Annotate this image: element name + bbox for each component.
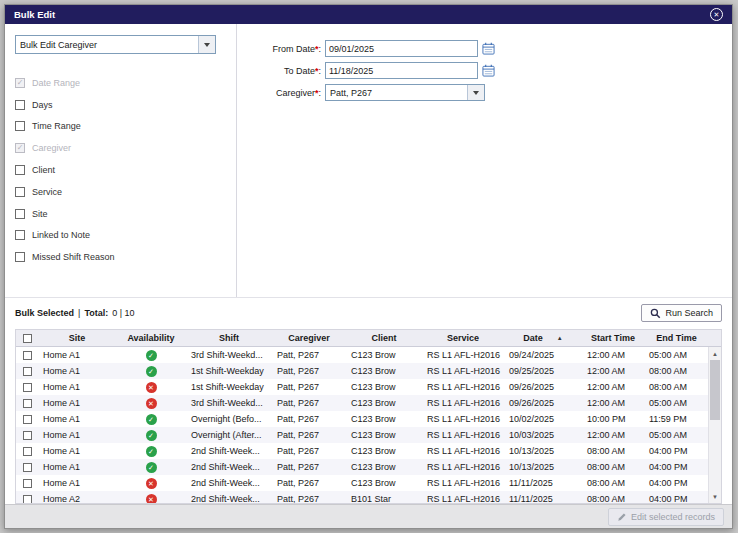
- table-row[interactable]: Home A1 ✓ Overnight (Befo... Patt, P267 …: [16, 411, 721, 427]
- row-checkbox[interactable]: [23, 431, 32, 440]
- col-service[interactable]: Service: [422, 333, 504, 343]
- col-client[interactable]: Client: [346, 333, 422, 343]
- table-row[interactable]: Home A1 ✓ 3rd Shift-Weekd... Patt, P267 …: [16, 347, 721, 363]
- caregiver-checkbox: [15, 143, 25, 153]
- cell-date: 10/02/2025: [504, 414, 582, 424]
- cell-site: Home A1: [38, 478, 116, 488]
- modal-title: Bulk Edit: [14, 9, 55, 20]
- filter-linked-to-note[interactable]: Linked to Note: [15, 225, 236, 247]
- scroll-down-icon[interactable]: ▼: [709, 490, 721, 503]
- cell-availability: ✓: [116, 446, 186, 457]
- row-checkbox[interactable]: [23, 367, 32, 376]
- availability-icon: ✕: [146, 494, 157, 505]
- header-checkbox-cell: [16, 334, 38, 343]
- row-checkbox[interactable]: [23, 447, 32, 456]
- from-date-label: From Date*:: [237, 44, 321, 54]
- filter-days[interactable]: Days: [15, 94, 236, 116]
- row-checkbox[interactable]: [23, 399, 32, 408]
- row-checkbox[interactable]: [23, 415, 32, 424]
- col-start-time[interactable]: Start Time: [582, 333, 644, 343]
- table-row[interactable]: Home A1 ✕ 1st Shift-Weekday Patt, P267 C…: [16, 379, 721, 395]
- filter-caregiver[interactable]: Caregiver: [15, 137, 236, 159]
- cell-shift: 1st Shift-Weekday: [186, 366, 272, 376]
- cell-site: Home A1: [38, 350, 116, 360]
- row-checkbox[interactable]: [23, 495, 32, 504]
- cell-checkbox: [16, 399, 38, 408]
- cell-end-time: 05:00 AM: [644, 350, 709, 360]
- filter-date-range[interactable]: Date Range: [15, 72, 236, 94]
- cell-start-time: 08:00 AM: [582, 446, 644, 456]
- col-site[interactable]: Site: [38, 333, 116, 343]
- to-date-calendar-icon[interactable]: [481, 63, 496, 78]
- filter-time-range[interactable]: Time Range: [15, 116, 236, 138]
- cell-service: RS L1 AFL-H2016: [422, 430, 504, 440]
- from-date-input[interactable]: [325, 40, 478, 57]
- row-checkbox[interactable]: [23, 351, 32, 360]
- chevron-down-icon: [198, 36, 215, 53]
- table-row[interactable]: Home A1 ✓ 2nd Shift-Week... Patt, P267 C…: [16, 459, 721, 475]
- cell-service: RS L1 AFL-H2016: [422, 446, 504, 456]
- filter-missed-shift-reason[interactable]: Missed Shift Reason: [15, 246, 236, 268]
- cell-date: 11/11/2025: [504, 478, 582, 488]
- filter-service[interactable]: Service: [15, 181, 236, 203]
- table-row[interactable]: Home A2 ✕ 2nd Shift-Week... Patt, P267 B…: [16, 491, 721, 504]
- cell-caregiver: Patt, P267: [272, 446, 346, 456]
- to-date-row: To Date*:: [237, 62, 732, 79]
- run-search-button[interactable]: Run Search: [641, 304, 722, 322]
- table-row[interactable]: Home A1 ✕ 2nd Shift-Week... Patt, P267 C…: [16, 475, 721, 491]
- checkbox-label: Time Range: [32, 121, 81, 131]
- cell-shift: Overnight (After...: [186, 430, 272, 440]
- cell-availability: ✓: [116, 366, 186, 377]
- col-availability[interactable]: Availability: [116, 333, 186, 343]
- table-row[interactable]: Home A1 ✕ 3rd Shift-Weekd... Patt, P267 …: [16, 395, 721, 411]
- pencil-icon: [617, 512, 627, 522]
- from-date-calendar-icon[interactable]: [481, 41, 496, 56]
- row-checkbox[interactable]: [23, 383, 32, 392]
- cell-shift: 3rd Shift-Weekd...: [186, 398, 272, 408]
- cell-availability: ✕: [116, 398, 186, 409]
- cell-site: Home A2: [38, 494, 116, 504]
- selection-summary: Bulk Selected | Total: 0 | 10: [15, 308, 135, 318]
- cell-shift: 3rd Shift-Weekd...: [186, 350, 272, 360]
- cell-end-time: 04:00 PM: [644, 494, 709, 504]
- caregiver-select[interactable]: Patt, P267: [325, 84, 485, 101]
- filter-site[interactable]: Site: [15, 203, 236, 225]
- cell-client: C123 Brow: [346, 350, 422, 360]
- col-shift[interactable]: Shift: [186, 333, 272, 343]
- table-row[interactable]: Home A1 ✓ 1st Shift-Weekday Patt, P267 C…: [16, 363, 721, 379]
- select-all-checkbox[interactable]: [23, 334, 32, 343]
- label-text: To Date: [284, 66, 315, 76]
- edit-selected-records-button[interactable]: Edit selected records: [608, 508, 724, 526]
- caregiver-label: Caregiver*:: [237, 88, 321, 98]
- cell-caregiver: Patt, P267: [272, 414, 346, 424]
- cell-service: RS L1 AFL-H2016: [422, 398, 504, 408]
- table-body: Home A1 ✓ 3rd Shift-Weekd... Patt, P267 …: [16, 347, 721, 504]
- filter-client[interactable]: Client: [15, 159, 236, 181]
- to-date-input[interactable]: [325, 62, 478, 79]
- row-checkbox[interactable]: [23, 479, 32, 488]
- cell-service: RS L1 AFL-H2016: [422, 414, 504, 424]
- table-scrollbar[interactable]: ▲ ▼: [708, 347, 721, 503]
- bulk-edit-mode-select[interactable]: Bulk Edit Caregiver: [15, 35, 216, 54]
- scrollbar-thumb[interactable]: [710, 360, 720, 420]
- table-row[interactable]: Home A1 ✓ 2nd Shift-Week... Patt, P267 C…: [16, 443, 721, 459]
- scroll-up-icon[interactable]: ▲: [709, 347, 721, 360]
- checkbox-label: Missed Shift Reason: [32, 252, 115, 262]
- search-icon: [650, 308, 661, 319]
- cell-site: Home A1: [38, 414, 116, 424]
- col-end-time[interactable]: End Time: [644, 333, 709, 343]
- col-date[interactable]: Date ▲: [504, 333, 582, 343]
- modal-footer: Edit selected records: [5, 504, 732, 528]
- cell-service: RS L1 AFL-H2016: [422, 462, 504, 472]
- cell-start-time: 10:00 PM: [582, 414, 644, 424]
- availability-icon: ✕: [146, 382, 157, 393]
- time-range-checkbox: [15, 121, 25, 131]
- row-checkbox[interactable]: [23, 463, 32, 472]
- col-caregiver[interactable]: Caregiver: [272, 333, 346, 343]
- close-icon[interactable]: ✕: [710, 8, 723, 21]
- summary-divider: |: [78, 308, 80, 318]
- cell-availability: ✕: [116, 478, 186, 489]
- filter-panel: Bulk Edit Caregiver Date Range Days Time: [5, 24, 237, 297]
- cell-caregiver: Patt, P267: [272, 462, 346, 472]
- table-row[interactable]: Home A1 ✓ Overnight (After... Patt, P267…: [16, 427, 721, 443]
